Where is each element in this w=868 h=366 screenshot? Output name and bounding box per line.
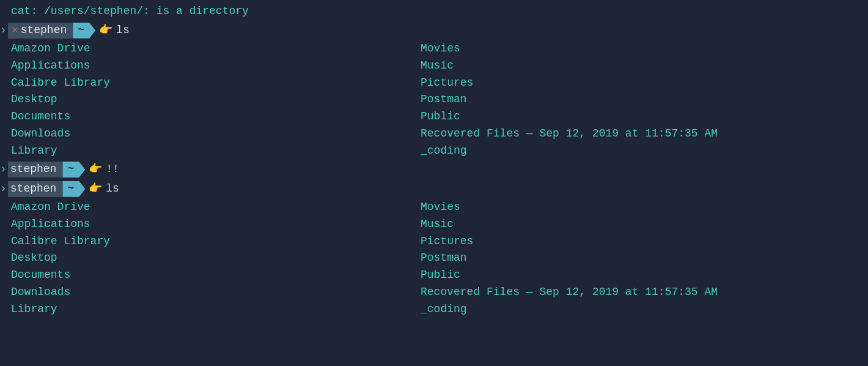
prompt-tilde-2: ~ — [62, 162, 85, 177]
output-right-1-1: Movies — [410, 40, 868, 58]
output-row-1-5: Documents Public — [0, 108, 868, 125]
output-right-1-3: Pictures — [410, 75, 868, 92]
output-left-2-2: Applications — [0, 216, 410, 233]
output-right-2-1: Movies — [410, 199, 868, 216]
prompt-finger-1: 👉 — [99, 22, 112, 39]
output-row-1-2: Applications Music — [0, 58, 868, 75]
output-right-1-6: Recovered Files — Sep 12, 2019 at 11:57:… — [410, 125, 868, 143]
prompt-username-3: stephen — [10, 181, 57, 198]
prompt-tilde-1: ~ — [73, 23, 95, 39]
output-right-1-2: Music — [410, 58, 868, 75]
output-row-2-1: Amazon Drive Movies — [0, 199, 868, 216]
output-left-2-1: Amazon Drive — [0, 199, 410, 216]
prompt-command-1: ls — [116, 22, 130, 39]
prompt-user-badge-3: stephen — [8, 181, 63, 197]
prompt-user-badge-1: ✕ stephen — [8, 23, 73, 39]
terminal: cat: /users/stephen/: is a directory › ✕… — [0, 0, 868, 321]
output-right-1-7: _coding — [410, 143, 868, 160]
output-left-2-3: Calibre Library — [0, 233, 410, 250]
output-row-2-6: Downloads Recovered Files — Sep 12, 2019… — [0, 284, 868, 301]
prompt-finger-3: 👉 — [89, 181, 102, 198]
output-left-1-4: Desktop — [0, 91, 410, 108]
output-row-2-2: Applications Music — [0, 216, 868, 233]
output-row-1-4: Desktop Postman — [0, 91, 868, 108]
error-text: cat: /users/stephen/: is a directory — [0, 3, 249, 20]
output-right-2-2: Music — [410, 216, 868, 233]
prompt-command-3: ls — [106, 181, 119, 198]
output-right-1-5: Public — [410, 108, 868, 125]
output-right-2-5: Public — [410, 267, 868, 284]
output-row-2-5: Documents Public — [0, 267, 868, 284]
error-line: cat: /users/stephen/: is a directory — [0, 2, 868, 21]
output-row-2-3: Calibre Library Pictures — [0, 233, 868, 250]
output-right-2-4: Postman — [410, 250, 868, 267]
output-right-2-6: Recovered Files — Sep 12, 2019 at 11:57:… — [410, 284, 868, 301]
output-row-1-1: Amazon Drive Movies — [0, 40, 868, 58]
output-row-1-3: Calibre Library Pictures — [0, 75, 868, 92]
output-left-2-5: Documents — [0, 267, 410, 284]
output-right-2-7: _coding — [410, 301, 868, 318]
output-left-1-1: Amazon Drive — [0, 40, 410, 58]
output-left-2-4: Desktop — [0, 250, 410, 267]
prompt-username-1: stephen — [21, 22, 67, 39]
output-right-1-4: Postman — [410, 91, 868, 108]
output-left-2-7: Library — [0, 301, 410, 318]
output-left-2-6: Downloads — [0, 284, 410, 301]
ls-output-1: Amazon Drive Movies Applications Music C… — [0, 40, 868, 160]
prompt-line-3: › stephen ~ 👉 ls — [0, 179, 868, 199]
output-row-1-6: Downloads Recovered Files — Sep 12, 2019… — [0, 125, 868, 143]
x-icon: ✕ — [12, 22, 18, 39]
output-left-1-7: Library — [0, 143, 410, 160]
output-left-1-6: Downloads — [0, 125, 410, 143]
output-left-1-2: Applications — [0, 58, 410, 75]
prompt-username-2: stephen — [10, 161, 57, 178]
prompt-finger-2: 👉 — [89, 161, 102, 178]
output-left-1-3: Calibre Library — [0, 75, 410, 92]
output-right-2-3: Pictures — [410, 233, 868, 250]
ls-output-2: Amazon Drive Movies Applications Music C… — [0, 199, 868, 318]
prompt-line-2: › stephen ~ 👉 !! — [0, 160, 868, 179]
output-row-1-7: Library _coding — [0, 143, 868, 160]
prompt-chevron-3: › — [0, 181, 7, 198]
output-row-2-7: Library _coding — [0, 301, 868, 318]
prompt-user-badge-2: stephen — [8, 162, 63, 177]
output-left-1-5: Documents — [0, 108, 410, 125]
prompt-chevron-1: › — [0, 22, 7, 39]
output-row-2-4: Desktop Postman — [0, 250, 868, 267]
prompt-chevron-2: › — [0, 161, 7, 178]
prompt-line-1: › ✕ stephen ~ 👉 ls — [0, 21, 868, 40]
prompt-command-2: !! — [106, 161, 119, 178]
prompt-tilde-3: ~ — [62, 181, 85, 197]
